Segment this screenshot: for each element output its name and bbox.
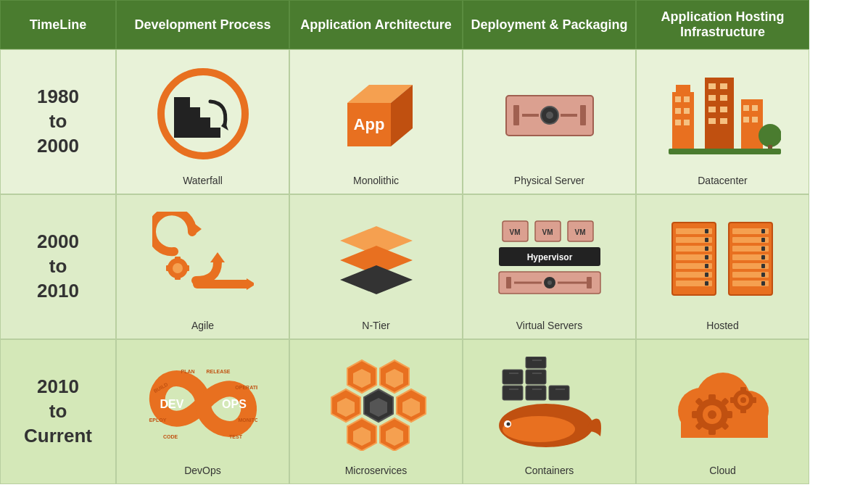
svg-rect-19 xyxy=(675,96,681,102)
cell-virtual-servers: VM VM VM Hypervisor Virtual Servers xyxy=(463,194,636,339)
svg-rect-24 xyxy=(684,120,690,125)
timeline-row3: 2010 to Current xyxy=(0,339,116,484)
svg-marker-5 xyxy=(221,121,228,130)
cloud-icon xyxy=(665,347,781,460)
datacenter-icon xyxy=(665,57,781,170)
svg-point-158 xyxy=(740,397,746,403)
svg-rect-95 xyxy=(761,264,765,268)
svg-rect-97 xyxy=(761,273,765,277)
svg-rect-41 xyxy=(669,149,781,154)
physical-server-label: Physical Server xyxy=(514,175,584,186)
svg-rect-72 xyxy=(705,229,708,233)
agile-icon xyxy=(152,202,254,315)
svg-rect-161 xyxy=(730,397,735,403)
svg-rect-21 xyxy=(675,108,681,114)
svg-text:PLAN: PLAN xyxy=(181,369,194,374)
timeline-row1: 1980 to 2000 xyxy=(0,49,116,194)
svg-rect-129 xyxy=(503,370,523,384)
svg-text:OPS: OPS xyxy=(222,398,247,410)
svg-rect-35 xyxy=(743,105,749,111)
svg-rect-47 xyxy=(166,265,170,271)
svg-point-39 xyxy=(759,124,781,147)
svg-rect-2 xyxy=(174,107,200,117)
svg-rect-32 xyxy=(708,118,716,124)
svg-rect-151 xyxy=(727,411,732,418)
cell-containers: Containers xyxy=(463,339,636,484)
svg-rect-84 xyxy=(705,281,708,286)
svg-rect-160 xyxy=(740,409,746,413)
svg-rect-82 xyxy=(705,273,708,277)
datacenter-label: Datacenter xyxy=(698,175,747,186)
containers-icon xyxy=(492,347,608,460)
svg-rect-149 xyxy=(708,429,716,435)
microservices-icon xyxy=(326,347,427,460)
virtual-servers-icon: VM VM VM Hypervisor xyxy=(495,202,604,315)
svg-rect-23 xyxy=(675,120,681,125)
svg-rect-64 xyxy=(506,277,511,288)
waterfall-label: Waterfall xyxy=(183,175,223,186)
svg-text:DEV: DEV xyxy=(160,398,183,410)
containers-label: Containers xyxy=(525,465,574,476)
svg-rect-3 xyxy=(174,117,210,128)
svg-rect-76 xyxy=(705,246,708,251)
svg-text:MONITOR: MONITOR xyxy=(238,418,257,423)
monolithic-label: Monolithic xyxy=(353,175,399,186)
monolithic-icon: App xyxy=(333,57,420,170)
physical-server-icon xyxy=(499,57,600,170)
svg-point-139 xyxy=(506,423,510,426)
svg-point-44 xyxy=(173,263,183,273)
hosted-icon xyxy=(665,202,781,315)
svg-text:VM: VM xyxy=(509,228,520,236)
svg-rect-37 xyxy=(743,117,749,122)
svg-rect-11 xyxy=(513,105,519,125)
svg-rect-162 xyxy=(752,397,756,403)
svg-rect-130 xyxy=(526,370,546,384)
svg-rect-99 xyxy=(761,281,765,286)
svg-rect-78 xyxy=(705,255,708,259)
svg-rect-74 xyxy=(705,238,708,242)
svg-rect-93 xyxy=(761,255,765,259)
svg-rect-14 xyxy=(580,105,586,125)
svg-rect-150 xyxy=(692,411,698,418)
timeline-row2: 2000 to 2010 xyxy=(0,194,116,339)
svg-text:VM: VM xyxy=(574,228,585,236)
svg-rect-29 xyxy=(720,95,727,101)
svg-marker-54 xyxy=(340,265,413,294)
cell-agile: Agile xyxy=(116,194,289,339)
svg-marker-49 xyxy=(210,252,225,262)
svg-rect-89 xyxy=(761,238,765,242)
svg-text:OPERATE: OPERATE xyxy=(235,385,257,390)
cell-hosted: Hosted xyxy=(636,194,809,339)
header-arch: Application Architecture xyxy=(289,0,463,49)
microservices-label: Microservices xyxy=(345,465,408,476)
cell-physical-server: Physical Server xyxy=(463,49,636,194)
svg-text:App: App xyxy=(353,115,384,133)
svg-rect-48 xyxy=(185,265,189,271)
svg-rect-1 xyxy=(174,97,190,107)
svg-rect-22 xyxy=(684,108,690,114)
svg-marker-51 xyxy=(247,278,254,290)
header-timeline: TimeLine xyxy=(0,0,116,49)
svg-point-13 xyxy=(546,112,553,119)
cloud-label: Cloud xyxy=(709,465,736,476)
svg-rect-27 xyxy=(720,83,727,89)
svg-text:RELEASE: RELEASE xyxy=(206,369,230,374)
svg-text:Hypervisor: Hypervisor xyxy=(526,252,572,262)
cell-cloud: Cloud xyxy=(636,339,809,484)
svg-text:TEST: TEST xyxy=(229,434,243,439)
ntier-icon xyxy=(333,202,420,315)
svg-rect-20 xyxy=(684,96,690,102)
svg-point-0 xyxy=(161,72,245,156)
svg-rect-159 xyxy=(740,387,746,391)
cell-waterfall: Waterfall xyxy=(116,49,289,194)
svg-rect-127 xyxy=(526,386,546,400)
svg-rect-126 xyxy=(503,386,523,400)
svg-point-147 xyxy=(708,410,716,419)
svg-rect-128 xyxy=(549,386,569,400)
agile-label: Agile xyxy=(191,320,214,331)
svg-rect-26 xyxy=(708,83,716,89)
svg-rect-91 xyxy=(761,246,765,251)
svg-rect-46 xyxy=(175,275,181,280)
svg-rect-4 xyxy=(174,128,220,138)
cell-monolithic: App Monolithic xyxy=(289,49,463,194)
